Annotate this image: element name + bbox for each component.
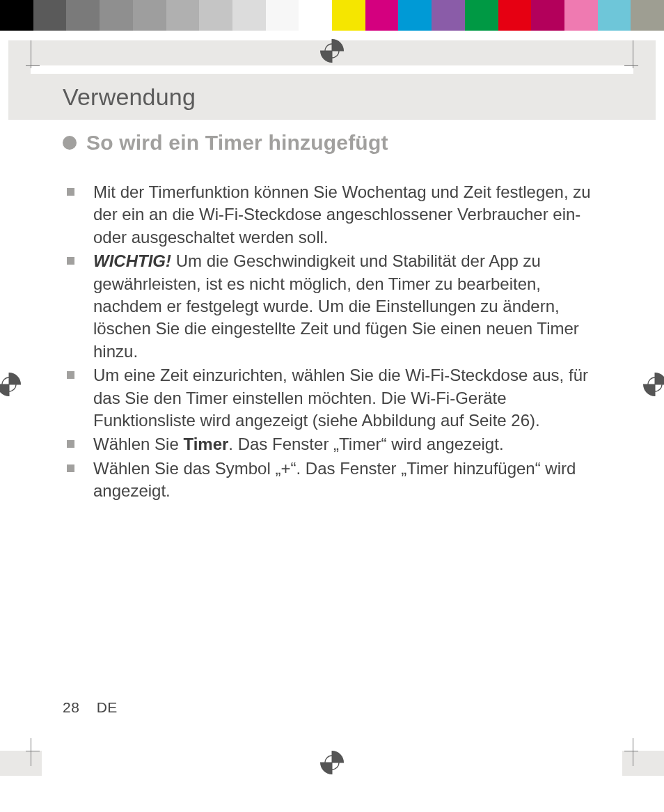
- registration-mark-icon: [320, 751, 344, 774]
- cal-swatch: [266, 0, 299, 31]
- page-number: 28: [63, 699, 79, 715]
- cal-swatch: [133, 0, 166, 31]
- crop-mark-bottom-left: [31, 738, 39, 766]
- cal-swatch: [598, 0, 631, 31]
- bullet-dot-icon: [63, 136, 77, 150]
- subsection-heading: So wird ein Timer hinzugefügt: [63, 131, 599, 155]
- list-item-text: Wählen Sie das Symbol „+“. Das Fenster „…: [93, 459, 576, 500]
- cal-swatch: [564, 0, 598, 31]
- list-item: Um eine Zeit einzurichten, wählen Sie di…: [63, 364, 599, 432]
- cal-swatch: [0, 0, 33, 31]
- registration-mark-icon: [0, 373, 21, 396]
- cal-swatch: [232, 0, 266, 31]
- cal-swatch: [465, 0, 498, 31]
- cal-swatch: [199, 0, 232, 31]
- subsection-title: So wird ein Timer hinzugefügt: [86, 131, 388, 155]
- cal-swatch: [432, 0, 465, 31]
- list-item: Wählen Sie Timer. Das Fenster „Timer“ wi…: [63, 433, 599, 455]
- frame-strip-top-right: [633, 40, 656, 74]
- page-lang: DE: [97, 699, 118, 715]
- crop-mark-top-right: [625, 40, 633, 68]
- crop-mark-bottom-right: [625, 738, 633, 766]
- registration-mark-icon: [643, 373, 664, 396]
- list-item-pre: Wählen Sie: [93, 435, 183, 453]
- list-item: Mit der Timerfunktion können Sie Wochent…: [63, 181, 599, 249]
- cal-swatch: [498, 0, 532, 31]
- list-item-text: Mit der Timerfunktion können Sie Wochent…: [93, 182, 591, 247]
- bold-term: Timer: [183, 435, 228, 453]
- cal-swatch: [398, 0, 432, 31]
- list-item-post: . Das Fenster „Timer“ wird angezeigt.: [228, 435, 503, 453]
- registration-mark-icon: [320, 39, 344, 63]
- cal-swatch: [66, 0, 100, 31]
- cal-swatch: [166, 0, 200, 31]
- cal-swatch: [631, 0, 664, 31]
- cal-swatch: [33, 0, 67, 31]
- cal-swatch: [365, 0, 399, 31]
- list-item-text: Um eine Zeit einzurichten, wählen Sie di…: [93, 366, 588, 430]
- page-content: So wird ein Timer hinzugefügt Mit der Ti…: [63, 131, 599, 503]
- cal-swatch: [100, 0, 133, 31]
- list-item: Wählen Sie das Symbol „+“. Das Fenster „…: [63, 458, 599, 503]
- section-header-band: Verwendung: [8, 74, 656, 120]
- crop-mark-top-left: [31, 40, 39, 68]
- bullet-list: Mit der Timerfunktion können Sie Wochent…: [63, 181, 599, 502]
- page-footer: 28 DE: [63, 699, 118, 716]
- list-item: WICHTIG! Um die Geschwindigkeit und Stab…: [63, 250, 599, 363]
- important-label: WICHTIG!: [93, 251, 171, 270]
- cal-swatch: [531, 0, 564, 31]
- cal-swatch: [332, 0, 365, 31]
- section-title: Verwendung: [63, 84, 196, 111]
- frame-strip-top-left: [8, 40, 31, 74]
- calibration-color-bar: [0, 0, 664, 31]
- cal-gap: [299, 0, 332, 31]
